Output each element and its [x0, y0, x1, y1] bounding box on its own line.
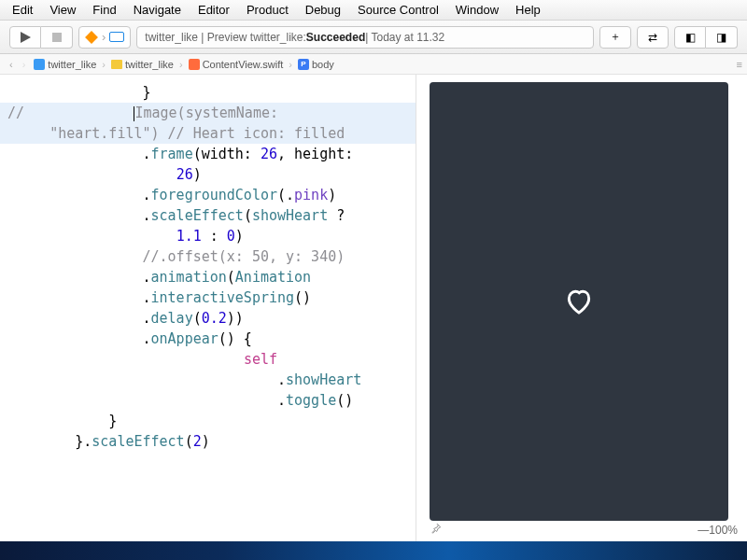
status-result: Succeeded: [306, 31, 365, 44]
code-review-button[interactable]: ⇄: [637, 26, 669, 49]
svg-marker-0: [21, 32, 31, 43]
status-suffix: | Today at 11.32: [365, 31, 444, 44]
chevron-right-icon: ›: [288, 59, 293, 70]
menu-view[interactable]: View: [41, 1, 84, 19]
device-icon: [109, 32, 124, 42]
toolbar: › twitter_like | Preview twitter_like: S…: [0, 21, 747, 54]
menu-debug[interactable]: Debug: [297, 1, 349, 19]
breadcrumb-symbol[interactable]: P body: [295, 59, 337, 70]
menu-editor[interactable]: Editor: [190, 1, 238, 19]
swift-file-icon: [189, 59, 200, 70]
dock-strip: [0, 541, 747, 560]
jump-bar: ‹ › twitter_like › twitter_like › Conten…: [0, 54, 747, 75]
code-line-highlighted: // Image(systemName:: [0, 103, 416, 123]
plus-icon: ＋: [610, 29, 621, 45]
code-line: .foregroundColor(.pink): [0, 185, 416, 205]
chevron-right-icon: ›: [102, 30, 106, 44]
right-panel-toggle[interactable]: ◨: [706, 26, 738, 49]
code-editor[interactable]: } // Image(systemName: "heart.fill") // …: [0, 75, 416, 541]
code-line: 1.1 : 0): [0, 226, 416, 246]
code-line: //.offset(x: 50, y: 340): [0, 246, 416, 267]
run-button[interactable]: [9, 26, 41, 49]
heart-icon: [564, 287, 594, 316]
arrows-icon: ⇄: [648, 31, 657, 44]
breadcrumb-folder[interactable]: twitter_like: [108, 59, 176, 70]
left-panel-toggle[interactable]: ◧: [674, 26, 706, 49]
sidebar-right-icon: ◨: [716, 31, 726, 44]
play-icon: [21, 32, 31, 43]
menu-help[interactable]: Help: [507, 1, 549, 19]
canvas-footer: —100%: [416, 522, 747, 538]
folder-icon: [111, 60, 122, 69]
preview-device: [430, 82, 728, 521]
code-line: .onAppear() {: [0, 329, 416, 349]
stop-icon: [52, 33, 62, 42]
menu-source-control[interactable]: Source Control: [349, 1, 447, 19]
menu-bar: Edit View Find Navigate Editor Product D…: [0, 0, 747, 21]
code-line: self: [0, 349, 416, 370]
items-list-icon[interactable]: ≡: [737, 59, 741, 70]
menu-product[interactable]: Product: [238, 1, 297, 19]
project-icon: [34, 59, 45, 70]
activity-viewer[interactable]: twitter_like | Preview twitter_like: Suc…: [136, 26, 594, 49]
content-area: } // Image(systemName: "heart.fill") // …: [0, 75, 747, 541]
code-line: .interactiveSpring(): [0, 287, 416, 308]
code-line-highlighted: "heart.fill") // Heart icon: filled: [0, 123, 416, 144]
code-line: .scaleEffect(showHeart ?: [0, 205, 416, 226]
chevron-right-icon: ›: [101, 59, 106, 70]
menu-window[interactable]: Window: [447, 1, 507, 19]
code-line: .showHeart: [0, 370, 416, 390]
svg-rect-1: [52, 33, 62, 42]
menu-find[interactable]: Find: [84, 1, 124, 19]
code-line: .animation(Animation: [0, 267, 416, 287]
add-button[interactable]: ＋: [599, 26, 631, 49]
scheme-selector[interactable]: ›: [78, 26, 131, 49]
pin-icon[interactable]: [430, 522, 443, 538]
breadcrumb-label: twitter_like: [125, 59, 174, 70]
menu-edit[interactable]: Edit: [4, 1, 41, 19]
stop-button[interactable]: [41, 26, 73, 49]
code-line: }: [0, 411, 416, 431]
chevron-right-icon: ›: [178, 59, 184, 70]
jump-back-icon[interactable]: ‹: [6, 59, 17, 70]
property-icon: P: [298, 59, 309, 70]
sidebar-left-icon: ◧: [685, 31, 696, 44]
code-line: .toggle(): [0, 390, 416, 411]
breadcrumb-label: ContentView.swift: [203, 59, 284, 70]
preview-canvas[interactable]: —100%: [416, 75, 747, 541]
breadcrumb-label: body: [312, 59, 334, 70]
menu-navigate[interactable]: Navigate: [125, 1, 190, 19]
breadcrumb-file[interactable]: ContentView.swift: [186, 59, 287, 70]
zoom-level[interactable]: —100%: [698, 524, 738, 537]
code-line: }.scaleEffect(2): [0, 431, 416, 452]
breadcrumb-project[interactable]: twitter_like: [31, 59, 99, 70]
app-icon: [85, 31, 98, 44]
jump-forward-icon[interactable]: ›: [19, 59, 30, 70]
breadcrumb-label: twitter_like: [48, 59, 96, 70]
status-prefix: twitter_like | Preview twitter_like:: [145, 31, 306, 44]
code-line: .frame(width: 26, height:: [0, 144, 416, 164]
code-line: }: [0, 82, 416, 103]
code-line: 26): [0, 164, 416, 185]
code-line: .delay(0.2)): [0, 308, 416, 329]
